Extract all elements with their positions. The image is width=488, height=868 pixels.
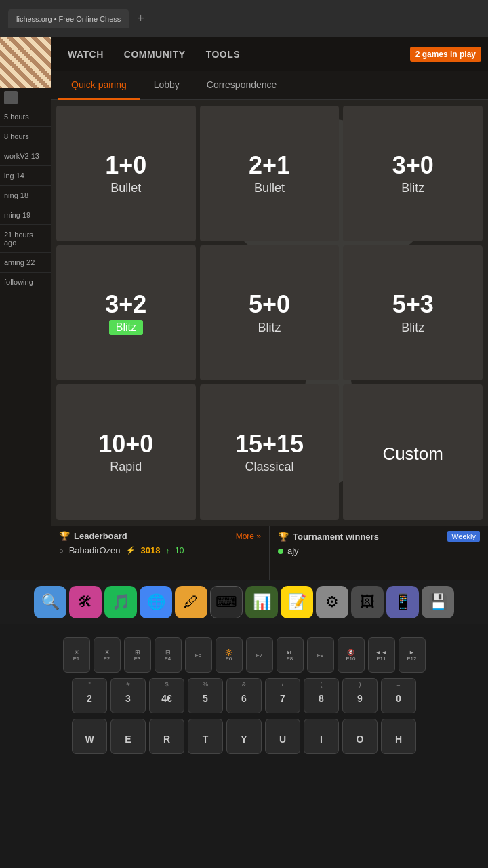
dock-icon-app2[interactable]: 💾: [422, 586, 454, 618]
number-key-row: "2 #3 $4€ %5 &6 /7 (8 )9 =0: [7, 678, 481, 713]
game-grid-container: 1+0 Bullet 2+1 Bullet 3+0 Blitz 3+2 Blit…: [51, 100, 488, 526]
key-f1[interactable]: ☀F1: [63, 637, 90, 673]
browser-chrome: lichess.org • Free Online Chess +: [0, 0, 488, 37]
dock-icon-brush[interactable]: 🖊: [175, 586, 207, 618]
chess-preview: [0, 37, 51, 88]
leaderboard-section: 🏆 Leaderboard More » ○ BahadirOzen ⚡ 301…: [51, 526, 270, 580]
game-time: 3+2: [105, 291, 146, 318]
key-f4[interactable]: ⊟F4: [155, 637, 182, 673]
key-f11[interactable]: ◄◄F11: [368, 637, 395, 673]
game-card-blitz-3-0[interactable]: 3+0 Blitz: [343, 106, 483, 241]
game-time: 3+0: [392, 152, 434, 179]
sidebar-item-6[interactable]: 21 hours ago: [0, 225, 51, 253]
sidebar-item-7[interactable]: aming 22: [0, 253, 51, 273]
key-f10[interactable]: 🔇F10: [338, 637, 365, 673]
game-time: 5+3: [392, 291, 434, 318]
dock-icon-notes[interactable]: 📝: [281, 586, 313, 618]
game-card-blitz-5-0[interactable]: 5+0 Blitz: [200, 245, 340, 381]
game-type: Blitz: [401, 321, 424, 335]
sidebar-user: [0, 88, 51, 107]
key-y[interactable]: Y: [226, 719, 262, 754]
game-time: 15+15: [235, 431, 304, 458]
browser-tab[interactable]: lichess.org • Free Online Chess: [8, 9, 129, 28]
game-type: Classical: [245, 460, 293, 474]
dock-icon-finder[interactable]: 🔍: [34, 586, 66, 618]
key-3[interactable]: #3: [110, 678, 146, 713]
dock-icon-jetbrains[interactable]: 🛠: [69, 586, 102, 618]
leaderboard-more-link[interactable]: More »: [236, 532, 261, 541]
avatar: [4, 91, 18, 104]
tournament-title: 🏆 Tournament winners: [278, 532, 379, 542]
sidebar-item-2[interactable]: workV2 13: [0, 146, 51, 166]
game-type: Bullet: [254, 181, 285, 195]
tab-quick-pairing[interactable]: Quick pairing: [58, 71, 140, 100]
dock-icon-settings[interactable]: ⚙: [316, 586, 348, 618]
dock-icon-photos[interactable]: 🖼: [351, 586, 384, 618]
weekly-badge: Weekly: [447, 531, 480, 542]
key-4[interactable]: $4€: [149, 678, 184, 713]
tournament-entry: ajy: [278, 546, 480, 556]
game-type: Bullet: [110, 181, 141, 195]
key-2[interactable]: "2: [72, 678, 107, 713]
game-card-custom[interactable]: Custom: [343, 384, 483, 520]
key-f5[interactable]: F5: [185, 637, 212, 673]
key-i[interactable]: I: [304, 719, 339, 754]
key-6[interactable]: &6: [226, 678, 262, 713]
nav-tools[interactable]: TOOLS: [196, 37, 250, 71]
key-w[interactable]: W: [72, 719, 107, 754]
key-u[interactable]: U: [265, 719, 300, 754]
key-f12[interactable]: ►F12: [399, 637, 426, 673]
sidebar-item-1[interactable]: 8 hours: [0, 127, 51, 146]
game-card-bullet-2-1[interactable]: 2+1 Bullet: [200, 106, 340, 241]
fn-key-row: ☀F1 ☀F2 ⊞F3 ⊟F4 F5 🔆F6 F7 ⏯F8 F9 🔇F10 ◄◄…: [7, 637, 481, 673]
games-in-play-badge[interactable]: 2 games in play: [410, 47, 481, 62]
dock-icon-activity[interactable]: 📊: [245, 586, 278, 618]
dock-icon-chrome[interactable]: 🌐: [140, 586, 172, 618]
tab-correspondence[interactable]: Correspondence: [193, 71, 291, 100]
leaderboard-username: BahadirOzen: [69, 545, 121, 555]
game-card-blitz-5-3[interactable]: 5+3 Blitz: [343, 245, 483, 381]
key-f6[interactable]: 🔆F6: [216, 637, 243, 673]
dock-icon-spotify[interactable]: 🎵: [104, 586, 137, 618]
game-card-classical-15-15[interactable]: 15+15 Classical: [200, 384, 340, 520]
sidebar-item-5[interactable]: ming 19: [0, 205, 51, 225]
key-9[interactable]: )9: [342, 678, 378, 713]
nav-community[interactable]: COMMUNITY: [114, 37, 196, 71]
leaderboard-entry: ○ BahadirOzen ⚡ 3018 ↑ 10: [59, 545, 261, 555]
game-grid: 1+0 Bullet 2+1 Bullet 3+0 Blitz 3+2 Blit…: [56, 106, 483, 520]
tab-label: lichess.org • Free Online Chess: [16, 15, 121, 23]
key-e[interactable]: E: [110, 719, 146, 754]
key-0[interactable]: =0: [381, 678, 416, 713]
website: 5 hours 8 hours workV2 13 ing 14 ning 18…: [0, 37, 488, 580]
key-h[interactable]: H: [381, 719, 416, 754]
game-card-blitz-3-2[interactable]: 3+2 Blitz: [56, 245, 196, 381]
game-time: 5+0: [249, 291, 290, 318]
game-type-custom: Custom: [382, 443, 443, 465]
key-o[interactable]: O: [342, 719, 378, 754]
key-f2[interactable]: ☀F2: [94, 637, 121, 673]
game-card-bullet-1-0[interactable]: 1+0 Bullet: [56, 106, 196, 241]
key-f8[interactable]: ⏯F8: [277, 637, 304, 673]
key-f9[interactable]: F9: [307, 637, 334, 673]
dock-icon-terminal[interactable]: ⌨: [210, 586, 243, 618]
new-tab-button[interactable]: +: [137, 12, 144, 26]
nav-watch[interactable]: WATCH: [58, 37, 114, 71]
tab-lobby[interactable]: Lobby: [140, 71, 193, 100]
leaderboard-header: 🏆 Leaderboard More »: [59, 531, 261, 541]
key-f3[interactable]: ⊞F3: [124, 637, 151, 673]
key-r[interactable]: R: [149, 719, 184, 754]
key-5[interactable]: %5: [188, 678, 223, 713]
sidebar-item-8[interactable]: following: [0, 273, 51, 292]
sidebar-item-4[interactable]: ning 18: [0, 186, 51, 205]
sidebar: 5 hours 8 hours workV2 13 ing 14 ning 18…: [0, 37, 51, 580]
macos-dock: 🔍 🛠 🎵 🌐 🖊 ⌨ 📊 📝 ⚙ 🖼 📱 💾: [0, 580, 488, 624]
key-f7[interactable]: F7: [246, 637, 273, 673]
key-t[interactable]: T: [188, 719, 223, 754]
game-type: Blitz: [401, 181, 424, 195]
sidebar-item-0[interactable]: 5 hours: [0, 107, 51, 127]
sidebar-item-3[interactable]: ing 14: [0, 166, 51, 186]
dock-icon-app1[interactable]: 📱: [386, 586, 419, 618]
game-card-rapid-10-0[interactable]: 10+0 Rapid: [56, 384, 196, 520]
key-7[interactable]: /7: [265, 678, 300, 713]
key-8[interactable]: (8: [304, 678, 339, 713]
